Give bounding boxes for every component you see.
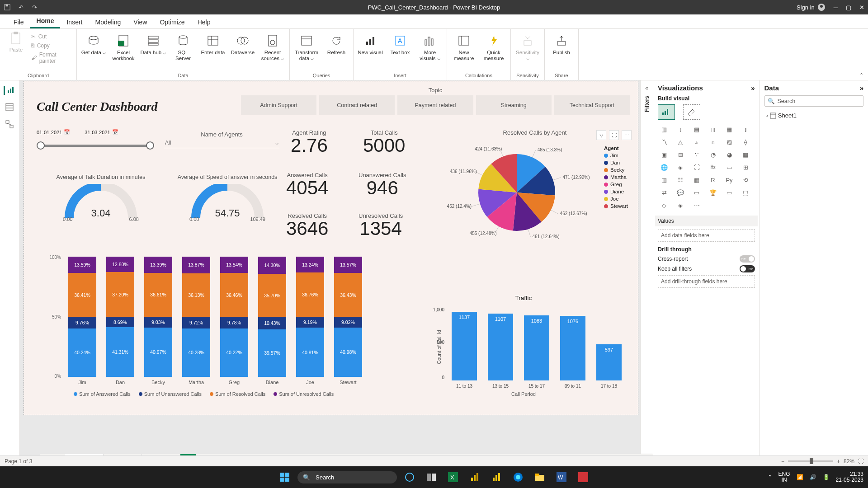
date-slider[interactable] <box>37 138 154 152</box>
battery-icon[interactable]: 🔋 <box>823 474 830 480</box>
viz-type-icon[interactable]: ◔ <box>707 150 719 160</box>
data-view-icon[interactable] <box>5 103 14 112</box>
topic-slicer[interactable]: Admin Support Contract related Payment r… <box>241 95 630 115</box>
viz-type-icon[interactable]: ▣ <box>658 150 670 160</box>
save-icon[interactable] <box>4 4 11 11</box>
start-icon[interactable] <box>276 468 294 486</box>
close-icon[interactable]: ✕ <box>859 4 864 11</box>
viz-type-icon[interactable]: ▦ <box>690 175 703 185</box>
viz-type-icon[interactable]: ▦ <box>723 124 736 134</box>
format-painter-button[interactable]: 🖌 Format painter <box>30 51 73 65</box>
enter-data-button[interactable]: Enter data <box>200 33 226 56</box>
tab-home[interactable]: Home <box>30 14 61 28</box>
volume-icon[interactable]: 🔊 <box>810 474 816 480</box>
viz-type-icon[interactable]: ◕ <box>723 150 736 160</box>
viz-type-icon[interactable]: ⫼ <box>707 124 719 134</box>
word-icon[interactable]: W <box>552 468 571 486</box>
powerbi-service-icon[interactable] <box>466 468 484 486</box>
tab-optimize[interactable]: Optimize <box>153 16 191 28</box>
viz-type-icon[interactable]: ㎐ <box>707 162 719 172</box>
taskbar-search[interactable]: 🔍Search <box>297 471 397 483</box>
viz-type-icon[interactable]: ▭ <box>690 188 703 197</box>
date-to[interactable]: 31-03-2021 📅 <box>85 129 118 135</box>
explorer-icon[interactable] <box>531 468 549 486</box>
viz-type-icon[interactable]: 🏆 <box>707 188 719 197</box>
collapse-viz-icon[interactable]: » <box>751 84 755 92</box>
expand-filters-icon[interactable]: « <box>645 85 648 91</box>
copilot-icon[interactable] <box>401 468 419 486</box>
text-box-button[interactable]: AText box <box>387 33 413 56</box>
topic-tech[interactable]: Technical Support <box>554 95 630 115</box>
quick-measure-button[interactable]: Quick measure <box>481 33 507 61</box>
publish-button[interactable]: Publish <box>548 33 575 56</box>
viz-type-icon[interactable]: ◈ <box>674 162 687 172</box>
keep-filters-toggle[interactable]: On <box>740 265 755 272</box>
viz-type-icon[interactable]: ☷ <box>674 175 687 185</box>
viz-type-icon[interactable]: 〽 <box>658 137 670 147</box>
signin-button[interactable]: Sign in <box>797 3 826 11</box>
viz-type-icon[interactable]: ▭ <box>723 162 736 172</box>
dataverse-button[interactable]: Dataverse <box>230 33 256 56</box>
tab-insert[interactable]: Insert <box>60 16 89 28</box>
app-icon[interactable] <box>574 468 592 486</box>
minimize-icon[interactable]: ─ <box>834 4 838 11</box>
viz-type-icon[interactable]: ⟠ <box>739 137 752 147</box>
viz-type-icon[interactable]: ▭ <box>723 188 736 197</box>
more-visuals-button[interactable]: More visuals ⌵ <box>417 33 443 61</box>
zoom-in-icon[interactable]: + <box>837 458 840 465</box>
viz-type-icon[interactable]: ▥ <box>658 175 670 185</box>
viz-type-icon[interactable]: ◇ <box>658 200 670 210</box>
tab-modeling[interactable]: Modeling <box>89 16 127 28</box>
table-sheet1[interactable]: › Sheet1 <box>764 110 864 121</box>
fit-page-icon[interactable]: ⛶ <box>858 458 863 465</box>
recent-button[interactable]: Recent sources ⌵ <box>259 33 286 61</box>
tray-chevron-icon[interactable]: ⌃ <box>768 474 772 480</box>
viz-type-icon[interactable]: ⫿ <box>674 124 687 134</box>
redo-icon[interactable]: ↷ <box>31 4 38 11</box>
viz-type-icon[interactable]: ▦ <box>739 150 752 160</box>
viz-type-icon[interactable]: ▤ <box>690 124 703 134</box>
clock[interactable]: 21:3321-05-2023 <box>836 471 863 483</box>
topic-streaming[interactable]: Streaming <box>476 95 552 115</box>
data-search-input[interactable]: 🔍 Search <box>764 95 864 107</box>
filters-pane-collapsed[interactable]: « Filters <box>640 80 653 470</box>
tab-file[interactable]: File <box>7 16 30 28</box>
viz-type-icon[interactable]: ∵ <box>690 150 703 160</box>
maximize-icon[interactable]: ▢ <box>846 4 851 11</box>
viz-type-icon[interactable]: ◈ <box>674 200 687 210</box>
viz-type-icon[interactable]: ▨ <box>723 137 736 147</box>
viz-type-icon[interactable]: ⟁ <box>690 137 703 147</box>
date-from[interactable]: 01-01-2021 📅 <box>37 129 70 135</box>
zoom-out-icon[interactable]: − <box>781 458 784 465</box>
format-visual-mode-icon[interactable] <box>683 104 700 120</box>
excel-taskbar-icon[interactable]: X <box>444 468 462 486</box>
paste-button[interactable]: Paste <box>4 31 28 72</box>
build-visual-mode-icon[interactable] <box>658 104 675 120</box>
excel-button[interactable]: Excel workbook <box>110 33 137 61</box>
viz-type-icon[interactable]: ⛶ <box>690 162 703 172</box>
viz-type-icon[interactable]: ⇄ <box>658 188 670 197</box>
chevron-down-icon[interactable]: ⌵ <box>275 140 278 146</box>
viz-type-icon[interactable]: ⊟ <box>674 150 687 160</box>
new-visual-button[interactable]: New visual <box>357 33 383 56</box>
collapse-ribbon-icon[interactable]: ⌃ <box>859 72 863 78</box>
copy-button[interactable]: ⎘ Copy <box>30 42 73 50</box>
model-view-icon[interactable] <box>5 120 14 129</box>
collapse-data-icon[interactable]: » <box>860 84 863 92</box>
edge-icon[interactable] <box>509 468 527 486</box>
viz-type-icon[interactable]: R <box>707 175 719 185</box>
drill-field-well[interactable]: Add drill-through fields here <box>658 275 755 288</box>
wifi-icon[interactable]: 📶 <box>797 474 803 480</box>
values-field-well[interactable]: Add data fields here <box>658 229 755 242</box>
sensitivity-button[interactable]: Sensitivity⌵ <box>514 33 541 61</box>
viz-type-icon[interactable]: 🌐 <box>658 162 670 172</box>
cut-button[interactable]: ✂ Cut <box>30 33 73 41</box>
transform-button[interactable]: Transform data ⌵ <box>293 33 320 61</box>
cross-report-toggle[interactable]: Off <box>740 255 755 263</box>
sql-button[interactable]: SQL Server <box>170 33 196 61</box>
new-measure-button[interactable]: New measure <box>451 33 477 61</box>
report-canvas[interactable]: Call Center Dashboard Topic Admin Suppor… <box>24 81 638 415</box>
get-data-button[interactable]: Get data ⌵ <box>80 33 107 56</box>
viz-type-icon[interactable]: △ <box>674 137 687 147</box>
viz-type-icon[interactable]: ⫿ <box>739 124 752 134</box>
